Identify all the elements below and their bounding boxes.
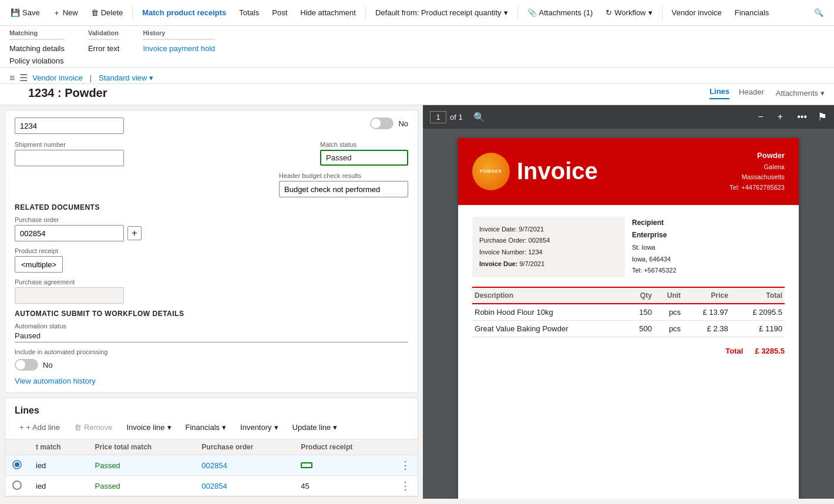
- radio-cell[interactable]: [5, 455, 29, 476]
- col-match-header: t match: [29, 439, 88, 455]
- update-line-button[interactable]: Update line ▾: [288, 421, 342, 434]
- attachments-button[interactable]: 📎 Attachments (1): [522, 5, 599, 21]
- inventory-button[interactable]: Inventory ▾: [236, 421, 283, 434]
- search-button[interactable]: 🔍: [808, 5, 829, 21]
- table-row[interactable]: ied Passed 002854 ⋮: [5, 455, 418, 476]
- invoice-payment-hold-item[interactable]: Invoice payment hold: [143, 42, 215, 55]
- workflow-icon: ↻: [606, 8, 612, 17]
- budget-check-input: [279, 181, 408, 197]
- radio-cell[interactable]: [5, 476, 29, 496]
- chevron-down-icon: ▾: [274, 423, 278, 432]
- lines-title: Lines: [5, 405, 418, 421]
- view-selector-button[interactable]: Standard view ▾: [99, 73, 153, 82]
- product-receipt-button[interactable]: <multiple>: [15, 256, 63, 273]
- page-title: 1234 : Powder: [28, 86, 107, 100]
- pdf-total-amount: £ 3285.5: [755, 347, 785, 355]
- purchase-order-input[interactable]: [15, 225, 124, 241]
- separator-1: [132, 6, 133, 20]
- tab-lines[interactable]: Lines: [709, 87, 729, 99]
- lines-toolbar: + + Add line 🗑 Remove Invoice line ▾ Fin…: [5, 421, 418, 439]
- pdf-page: POWDER Invoice Powder Galena Massachuset…: [458, 138, 799, 499]
- match-status-value: Passed: [326, 153, 351, 162]
- radio-button[interactable]: [12, 460, 22, 469]
- separator-2: [365, 6, 366, 20]
- purchase-agreement-input: [15, 287, 124, 304]
- pdf-table-row: Great Value Baking Powder 500 pcs £ 2.38…: [472, 320, 785, 337]
- totals-button[interactable]: Totals: [233, 5, 265, 21]
- default-dropdown-button[interactable]: Default from: Product receipt quantity ▾: [369, 5, 514, 21]
- save-icon: 💾: [11, 8, 20, 17]
- price-total-cell: Passed: [88, 476, 194, 496]
- pdf-invoice-table: DescriptionQtyUnitPriceTotal Robin Hood …: [472, 287, 785, 337]
- save-button[interactable]: 💾 Save: [5, 5, 46, 21]
- invoice-line-button[interactable]: Invoice line ▾: [122, 421, 176, 434]
- post-button[interactable]: Post: [266, 5, 293, 21]
- separator-3: [517, 6, 518, 20]
- invoice-row: No: [15, 117, 408, 135]
- shipment-number-input[interactable]: [15, 150, 124, 166]
- add-purchase-order-button[interactable]: +: [127, 226, 142, 240]
- toggle-switch-1[interactable]: [370, 117, 394, 129]
- financials-button[interactable]: Financials ▾: [181, 421, 231, 434]
- toggle-knob-1: [371, 119, 381, 128]
- toggle-label-2: No: [43, 361, 53, 369]
- delete-button[interactable]: 🗑 Delete: [85, 5, 129, 21]
- view-automation-history-button[interactable]: View automation history: [15, 377, 96, 385]
- radio-button[interactable]: [12, 481, 22, 490]
- more-options-cell[interactable]: ⋮: [393, 455, 418, 476]
- pdf-table-row: Robin Hood Flour 10kg 150 pcs £ 13.97 £ …: [472, 304, 785, 321]
- new-button[interactable]: ＋ New: [47, 4, 84, 22]
- purchase-order-row: Purchase order +: [15, 216, 408, 241]
- vendor-invoice-button[interactable]: Vendor invoice: [666, 5, 728, 21]
- breadcrumb-link[interactable]: Vendor invoice: [32, 73, 82, 82]
- pdf-col-header: Description: [472, 287, 627, 304]
- toggle-switch-2[interactable]: [15, 359, 38, 371]
- pdf-zoom-out-button[interactable]: −: [755, 110, 767, 123]
- pdf-of-label: of 1: [450, 113, 463, 122]
- pdf-body: Invoice Date: 9/7/2021 Purchase Order: 0…: [458, 205, 799, 367]
- pdf-zoom-in-button[interactable]: +: [774, 110, 786, 123]
- invoice-number-input[interactable]: [15, 117, 124, 134]
- pdf-page-number-input[interactable]: [430, 111, 446, 123]
- matching-details-item[interactable]: Matching details: [9, 42, 65, 55]
- price-total-cell: Passed: [88, 455, 194, 476]
- related-docs-title: RELATED DOCUMENTS: [15, 203, 408, 211]
- more-options-cell[interactable]: ⋮: [393, 476, 418, 496]
- toggle-label-1: No: [398, 119, 408, 128]
- tab-group: Lines Header: [709, 87, 764, 99]
- hamburger-icon[interactable]: ☰: [19, 72, 28, 83]
- match-cell: ied: [29, 476, 88, 496]
- product-receipt-cell: [294, 455, 393, 476]
- pdf-header: POWDER Invoice Powder Galena Massachuset…: [458, 138, 799, 205]
- attachment-icon: 📎: [527, 8, 537, 17]
- menu-dots-icon[interactable]: ⋮: [400, 480, 411, 492]
- error-text-item[interactable]: Error text: [88, 42, 119, 55]
- toggle-row-1: No: [370, 117, 408, 129]
- pdf-total-row: Total £ 3285.5: [472, 347, 785, 355]
- invoice-number-field: [15, 117, 124, 134]
- attachments-dropdown-button[interactable]: Attachments ▾: [776, 89, 825, 98]
- product-receipt-field: Product receipt <multiple>: [15, 247, 63, 273]
- hide-attachment-button[interactable]: Hide attachment: [294, 5, 362, 21]
- pdf-more-button[interactable]: •••: [793, 110, 811, 123]
- filter-icon[interactable]: ≡: [9, 73, 15, 83]
- left-panel: No Shipment number Match status Passed: [0, 105, 423, 499]
- policy-violations-item[interactable]: Policy violations: [9, 55, 65, 67]
- pdf-col-header: Qty: [627, 287, 654, 304]
- pdf-col-header: Price: [683, 287, 731, 304]
- plus-icon: +: [19, 423, 24, 432]
- lines-table-wrapper: t match Price total match Purchase order…: [5, 439, 418, 496]
- col-price-total-header: Price total match: [88, 439, 194, 455]
- pdf-info-box: Invoice Date: 9/7/2021 Purchase Order: 0…: [472, 217, 625, 277]
- financials-button[interactable]: Financials: [729, 5, 775, 21]
- workflow-button[interactable]: ↻ Workflow ▾: [600, 5, 658, 21]
- match-product-receipts-button[interactable]: Match product receipts: [136, 5, 232, 21]
- include-processing-label: Include in automated processing: [15, 348, 408, 355]
- pdf-bookmark-button[interactable]: ⚑: [818, 110, 827, 123]
- purchase-order-cell: 002854: [194, 476, 294, 496]
- tab-header[interactable]: Header: [739, 88, 764, 99]
- pdf-search-button[interactable]: 🔍: [470, 110, 489, 124]
- table-row[interactable]: ied Passed 002854 45 ⋮: [5, 476, 418, 496]
- menu-dots-icon[interactable]: ⋮: [400, 459, 411, 471]
- add-line-button[interactable]: + + Add line: [15, 421, 65, 434]
